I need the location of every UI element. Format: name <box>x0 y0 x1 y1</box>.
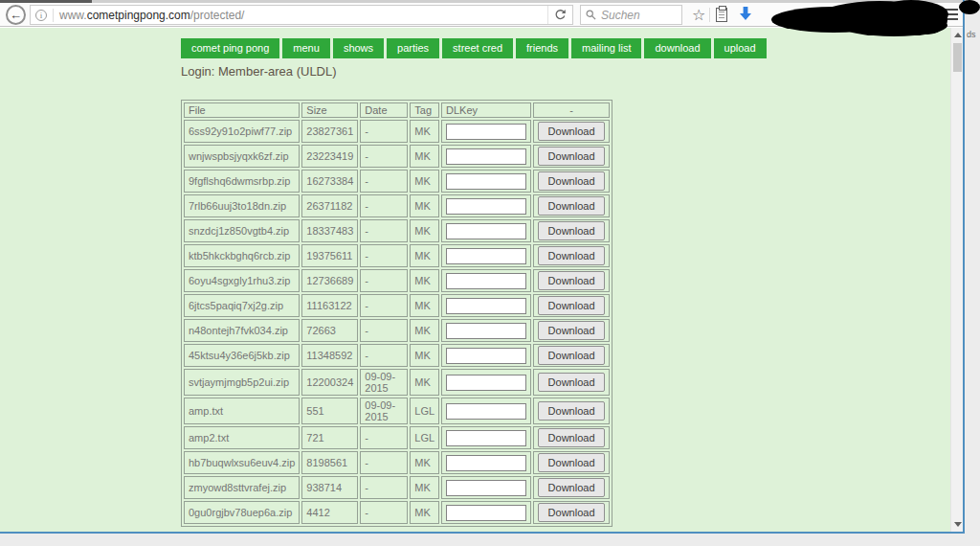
download-button[interactable]: Download <box>538 171 605 191</box>
url-bar[interactable]: i www.cometpingpong.com/protected/ <box>30 5 573 25</box>
dlkey-input[interactable] <box>446 198 526 215</box>
scrollbar-thumb[interactable] <box>953 43 962 72</box>
search-input[interactable]: Suchen <box>580 5 682 25</box>
file-table: FileSizeDateTagDLKey-6ss92y91o2piwf77.zi… <box>181 100 612 527</box>
download-button[interactable]: Download <box>538 246 605 265</box>
desktop-icon-label-fragment: ds <box>967 30 976 39</box>
download-button[interactable]: Download <box>538 321 605 340</box>
tag-cell: MK <box>410 219 439 242</box>
size-cell: 26371182 <box>301 194 358 217</box>
download-cell: Download <box>533 145 610 168</box>
dlkey-cell <box>441 344 531 367</box>
dlkey-cell <box>441 294 531 317</box>
dlkey-input[interactable] <box>446 375 526 391</box>
download-button[interactable]: Download <box>538 147 605 166</box>
dlkey-input[interactable] <box>446 148 526 165</box>
download-button[interactable]: Download <box>538 271 605 290</box>
download-button[interactable]: Download <box>538 122 605 141</box>
download-cell: Download <box>533 244 610 267</box>
tag-cell: MK <box>410 170 439 193</box>
url-text: www.cometpingpong.com/protected/ <box>59 9 244 22</box>
download-button[interactable]: Download <box>538 453 605 472</box>
download-button[interactable]: Download <box>538 503 605 522</box>
reading-list-icon[interactable] <box>716 8 727 22</box>
dlkey-input[interactable] <box>446 505 526 521</box>
search-placeholder: Suchen <box>601 9 640 22</box>
downloads-icon[interactable] <box>738 6 755 24</box>
download-button[interactable]: Download <box>538 221 605 240</box>
tag-cell: LGL <box>410 426 439 449</box>
back-button[interactable]: ← <box>6 5 26 25</box>
nav-item-parties[interactable]: parties <box>387 38 439 58</box>
file-table-body: FileSizeDateTagDLKey-6ss92y91o2piwf77.zi… <box>184 102 610 524</box>
file-cell: ktb5hkckbghq6rcb.zip <box>184 244 300 267</box>
dlkey-input[interactable] <box>446 480 526 496</box>
dlkey-input[interactable] <box>446 223 526 239</box>
dlkey-input[interactable] <box>446 455 526 471</box>
bookmark-star-icon[interactable]: ☆ <box>692 5 705 25</box>
download-button[interactable]: Download <box>538 196 605 216</box>
date-cell: - <box>360 319 408 342</box>
page-viewport: comet ping pongmenushowspartiesstreet cr… <box>0 28 950 532</box>
dlkey-input[interactable] <box>446 323 526 339</box>
download-button[interactable]: Download <box>538 373 605 392</box>
size-cell: 11348592 <box>301 344 358 367</box>
table-row: ktb5hkckbghq6rcb.zip19375611-MKDownload <box>184 244 610 267</box>
scroll-down-arrow-icon[interactable] <box>951 518 964 531</box>
dlkey-input[interactable] <box>446 298 526 314</box>
nav-item-street-cred[interactable]: street cred <box>442 38 513 58</box>
size-cell: 23827361 <box>301 120 358 143</box>
download-button[interactable]: Download <box>538 401 605 421</box>
table-row: 7rlb66uuj3to18dn.zip26371182-MKDownload <box>184 194 610 217</box>
dlkey-input[interactable] <box>446 430 526 446</box>
dlkey-input[interactable] <box>446 403 526 420</box>
dlkey-cell <box>441 369 531 396</box>
nav-item-mailing-list[interactable]: mailing list <box>571 38 641 58</box>
nav-item-menu[interactable]: menu <box>282 38 330 58</box>
dlkey-cell <box>441 451 531 474</box>
download-cell: Download <box>533 501 610 524</box>
dlkey-input[interactable] <box>446 248 526 264</box>
table-row: zmyowd8sttvrafej.zip938714-MKDownload <box>184 476 610 499</box>
dlkey-cell <box>441 194 531 217</box>
file-cell: 9fgflshq6dwmsrbp.zip <box>184 170 300 193</box>
dlkey-cell <box>441 476 531 499</box>
browser-window: ← i www.cometpingpong.com/protected/ Suc… <box>0 0 965 534</box>
dlkey-input[interactable] <box>446 348 526 364</box>
dlkey-cell <box>441 501 531 524</box>
table-row: wnjwspbsjyqxk6zf.zip23223419-MKDownload <box>184 145 610 168</box>
dlkey-input[interactable] <box>446 173 526 190</box>
table-row: 6oyu4sgxgly1rhu3.zip12736689-MKDownload <box>184 269 610 292</box>
scroll-up-arrow-icon[interactable] <box>951 29 964 41</box>
nav-item-shows[interactable]: shows <box>333 38 384 58</box>
size-cell: 18337483 <box>301 219 358 242</box>
table-row: 45ktsu4y36e6j5kb.zip11348592-MKDownload <box>184 344 610 367</box>
download-button[interactable]: Download <box>538 428 605 447</box>
dlkey-input[interactable] <box>446 124 526 140</box>
download-cell: Download <box>533 269 610 292</box>
header-cell-size: Size <box>301 102 358 118</box>
header-cell-date: Date <box>360 102 408 118</box>
download-cell: Download <box>533 170 610 193</box>
download-button[interactable]: Download <box>538 478 605 497</box>
page-content: comet ping pongmenushowspartiesstreet cr… <box>0 38 950 527</box>
table-header-row: FileSizeDateTagDLKey- <box>184 102 610 118</box>
reload-icon[interactable] <box>547 6 572 24</box>
dlkey-input[interactable] <box>446 273 526 289</box>
size-cell: 23223419 <box>301 145 358 168</box>
table-row: snzdcj1z850vgtb4.zip18337483-MKDownload <box>184 219 610 242</box>
nav-item-download[interactable]: download <box>644 38 710 58</box>
vertical-scrollbar[interactable] <box>950 28 963 532</box>
download-button[interactable]: Download <box>538 346 605 365</box>
file-cell: amp2.txt <box>184 426 300 449</box>
nav-item-upload[interactable]: upload <box>714 38 767 58</box>
download-button[interactable]: Download <box>538 296 605 315</box>
date-cell: - <box>360 451 408 474</box>
nav-item-friends[interactable]: friends <box>516 38 568 58</box>
nav-item-comet-ping-pong[interactable]: comet ping pong <box>181 38 279 58</box>
dlkey-cell <box>441 319 531 342</box>
tag-cell: MK <box>410 244 439 267</box>
toolbar-separator <box>709 8 710 22</box>
site-info-icon[interactable]: i <box>35 10 47 21</box>
dlkey-cell <box>441 398 531 424</box>
